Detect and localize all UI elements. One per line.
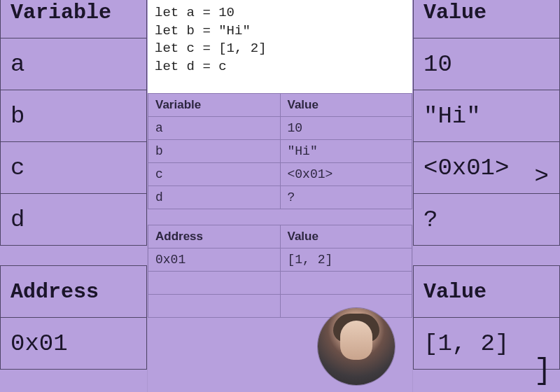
code-snippet: let a = 10 let b = "Hi" let c = [1, 2] l… — [148, 0, 412, 93]
bg-addr-value-header: Value — [414, 266, 560, 318]
bg-addr-table-left: Address 0x01 — [0, 265, 147, 370]
stray-gt-icon: > — [535, 163, 549, 190]
var-value-cell: <0x01> — [280, 162, 412, 186]
var-name-cell: c — [148, 162, 281, 186]
bg-value-row: "Hi" — [414, 90, 560, 142]
tables-area: Variable Value a 10 b "Hi" c <0x01> d ? — [148, 93, 412, 318]
bg-value-row: 10 — [414, 38, 560, 90]
var-value-cell: 10 — [280, 116, 412, 139]
var-name-cell: b — [148, 139, 281, 162]
addr-value-cell: [1, 2] — [280, 248, 412, 271]
bg-var-row: a — [1, 38, 147, 90]
var-value-cell: "Hi" — [280, 139, 412, 162]
bg-left-column: Variable a b c d Address 0x01 — [0, 0, 147, 370]
variable-table: Variable Value a 10 b "Hi" c <0x01> d ? — [148, 93, 412, 209]
bg-value-row: ? — [414, 194, 560, 246]
var-name-cell: a — [148, 116, 281, 139]
var-table-header-variable: Variable — [148, 93, 281, 116]
var-name-cell: d — [148, 186, 281, 209]
bg-addr-header: Address — [1, 266, 147, 318]
var-table-header-value: Value — [280, 93, 412, 116]
table-row: b "Hi" — [148, 139, 412, 162]
bg-var-table-left: Variable a b c d — [0, 0, 147, 246]
bg-var-row: c — [1, 142, 147, 194]
bg-value-header: Value — [414, 0, 560, 38]
code-line: let d = c — [155, 59, 227, 74]
table-row: c <0x01> — [148, 162, 412, 186]
addr-table-header-address: Address — [148, 225, 281, 248]
stray-bracket-icon: ] — [534, 354, 552, 388]
bg-var-row: b — [1, 90, 147, 142]
code-line: let c = [1, 2] — [155, 41, 267, 56]
var-value-cell: ? — [280, 186, 412, 209]
bg-var-row: d — [1, 194, 147, 246]
address-table: Address Value 0x01 [1, 2] — [148, 225, 412, 318]
table-row — [148, 271, 412, 294]
code-line: let a = 10 — [155, 5, 234, 20]
presenter-webcam — [318, 308, 395, 385]
code-line: let b = "Hi" — [155, 23, 251, 38]
bg-var-header: Variable — [1, 0, 147, 38]
table-row: a 10 — [148, 116, 412, 139]
table-row: 0x01 [1, 2] — [148, 248, 412, 271]
addr-cell: 0x01 — [148, 248, 281, 271]
bg-addr-row: 0x01 — [1, 318, 147, 370]
bg-var-table-right: Value 10 "Hi" <0x01> ? — [413, 0, 560, 246]
addr-table-header-value: Value — [280, 225, 412, 248]
table-row: d ? — [148, 186, 412, 209]
